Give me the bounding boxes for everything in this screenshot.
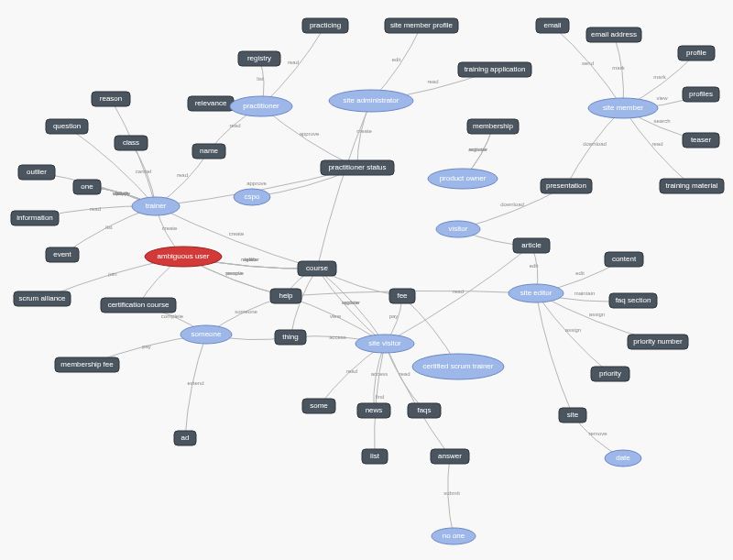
graph-node-site[interactable]: site <box>559 408 586 423</box>
graph-node-class[interactable]: class <box>115 136 148 150</box>
node-shape[interactable] <box>586 27 641 42</box>
node-shape[interactable] <box>174 431 196 445</box>
graph-node-one[interactable]: one <box>73 180 101 194</box>
node-shape[interactable] <box>188 96 234 111</box>
node-shape[interactable] <box>609 293 657 308</box>
node-shape[interactable] <box>605 450 641 467</box>
graph-node-cspo[interactable]: cspo <box>234 189 270 205</box>
graph-node-practitioner_status[interactable]: practitioner status <box>321 160 394 175</box>
node-shape[interactable] <box>329 90 413 112</box>
node-shape[interactable] <box>660 179 724 193</box>
node-shape[interactable] <box>678 46 715 60</box>
node-shape[interactable] <box>683 87 719 102</box>
graph-node-reason[interactable]: reason <box>92 92 130 106</box>
graph-node-ambiguous_user[interactable]: ambiguous user <box>145 247 222 267</box>
graph-node-name[interactable]: name <box>192 144 225 159</box>
graph-node-priority_number[interactable]: priority number <box>628 335 688 349</box>
node-shape[interactable] <box>513 238 550 253</box>
graph-node-practicing[interactable]: practicing <box>302 18 348 33</box>
graph-node-someone[interactable]: someone <box>181 325 232 344</box>
graph-node-content[interactable]: content <box>605 252 643 267</box>
node-shape[interactable] <box>46 119 88 134</box>
node-shape[interactable] <box>628 335 688 349</box>
graph-node-event[interactable]: event <box>46 247 79 262</box>
graph-node-practitioner[interactable]: practitioner <box>230 96 292 116</box>
graph-node-registry[interactable]: registry <box>238 51 280 66</box>
node-shape[interactable] <box>275 330 306 345</box>
graph-node-no_one[interactable]: no one <box>432 528 476 544</box>
node-shape[interactable] <box>356 335 414 353</box>
node-shape[interactable] <box>230 96 292 116</box>
node-shape[interactable] <box>115 136 148 150</box>
node-shape[interactable] <box>559 408 586 423</box>
node-shape[interactable] <box>270 289 301 303</box>
graph-node-article[interactable]: article <box>513 238 550 253</box>
graph-node-thing[interactable]: thing <box>275 330 306 345</box>
node-shape[interactable] <box>55 357 119 372</box>
node-shape[interactable] <box>467 119 519 134</box>
graph-node-priority[interactable]: priority <box>591 367 629 381</box>
node-shape[interactable] <box>302 399 335 413</box>
node-shape[interactable] <box>412 354 504 379</box>
node-shape[interactable] <box>238 51 280 66</box>
graph-node-training_application[interactable]: training application <box>458 62 531 77</box>
graph-node-faq_section[interactable]: faq section <box>609 293 657 308</box>
graph-node-profiles[interactable]: profiles <box>683 87 719 102</box>
node-shape[interactable] <box>536 18 569 33</box>
graph-node-email[interactable]: email <box>536 18 569 33</box>
graph-node-site_member_profile[interactable]: site member profile <box>385 18 458 33</box>
graph-node-fee[interactable]: fee <box>389 289 415 303</box>
node-shape[interactable] <box>408 403 441 418</box>
graph-node-ad[interactable]: ad <box>174 431 196 445</box>
graph-node-site_administrator[interactable]: site administrator <box>329 90 413 112</box>
graph-node-list[interactable]: list <box>362 449 388 464</box>
node-shape[interactable] <box>11 211 59 225</box>
node-shape[interactable] <box>683 133 719 148</box>
node-shape[interactable] <box>385 18 458 33</box>
graph-node-site_editor[interactable]: site editor <box>509 284 563 302</box>
node-shape[interactable] <box>18 165 55 180</box>
graph-node-answer[interactable]: answer <box>431 449 469 464</box>
node-shape[interactable] <box>92 92 130 106</box>
node-shape[interactable] <box>14 291 71 306</box>
node-shape[interactable] <box>101 298 176 313</box>
graph-node-some[interactable]: some <box>302 399 335 413</box>
graph-node-relevance[interactable]: relevance <box>188 96 234 111</box>
node-shape[interactable] <box>588 98 658 118</box>
node-shape[interactable] <box>357 403 390 418</box>
node-shape[interactable] <box>458 62 531 77</box>
node-shape[interactable] <box>46 247 79 262</box>
graph-node-visitor[interactable]: visitor <box>436 221 480 237</box>
graph-node-training_material[interactable]: training material <box>660 179 724 193</box>
graph-node-help[interactable]: help <box>270 289 301 303</box>
graph-node-certification_course[interactable]: certification course <box>101 298 176 313</box>
node-shape[interactable] <box>428 169 498 189</box>
node-shape[interactable] <box>389 289 415 303</box>
graph-node-news[interactable]: news <box>357 403 390 418</box>
graph-node-presentation[interactable]: presentation <box>541 179 592 193</box>
graph-node-product_owner[interactable]: product owner <box>428 169 498 189</box>
node-shape[interactable] <box>181 325 232 344</box>
graph-node-course[interactable]: course <box>298 261 336 276</box>
node-shape[interactable] <box>509 284 563 302</box>
graph-node-teaser[interactable]: teaser <box>683 133 719 148</box>
graph-node-site_visitor[interactable]: site visitor <box>356 335 414 353</box>
node-shape[interactable] <box>541 179 592 193</box>
node-shape[interactable] <box>302 18 348 33</box>
node-shape[interactable] <box>234 189 270 205</box>
graph-node-outlier[interactable]: outlier <box>18 165 55 180</box>
node-shape[interactable] <box>362 449 388 464</box>
graph-node-information[interactable]: information <box>11 211 59 225</box>
graph-node-site_member[interactable]: site member <box>588 98 658 118</box>
node-shape[interactable] <box>591 367 629 381</box>
graph-node-question[interactable]: question <box>46 119 88 134</box>
graph-node-trainer[interactable]: trainer <box>132 197 180 215</box>
node-shape[interactable] <box>436 221 480 237</box>
node-shape[interactable] <box>298 261 336 276</box>
node-shape[interactable] <box>132 197 180 215</box>
node-shape[interactable] <box>432 528 476 544</box>
node-shape[interactable] <box>192 144 225 159</box>
graph-node-certified_scrum_trainer[interactable]: certified scrum trainer <box>412 354 504 379</box>
graph-node-email_address[interactable]: email address <box>586 27 641 42</box>
graph-node-membership_fee[interactable]: membership fee <box>55 357 119 372</box>
